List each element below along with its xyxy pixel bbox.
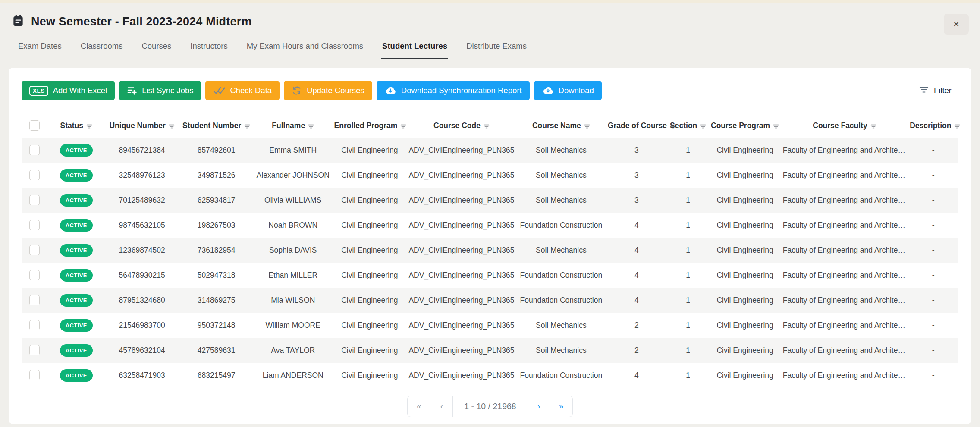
cell-grade-of-course: 4: [606, 363, 667, 388]
cell-fullname: Noah BROWN: [254, 213, 333, 238]
row-checkbox-cell: [22, 313, 48, 338]
row-checkbox-cell: [22, 213, 48, 238]
button-label: List Sync Jobs: [142, 86, 193, 95]
cell-course-name: Soil Mechanics: [516, 238, 606, 263]
column-label: Student Number: [182, 121, 241, 130]
column-header-enrolled-program[interactable]: Enrolled Program: [333, 114, 407, 138]
cell-section: 1: [667, 238, 709, 263]
cell-enrolled-program: Civil Engineering: [333, 363, 407, 388]
row-checkbox-cell: [22, 288, 48, 313]
pagination-next-button[interactable]: ›: [528, 396, 550, 417]
column-header-course-faculty[interactable]: Course Faculty: [781, 114, 908, 138]
cell-course-program: Civil Engineering: [709, 363, 781, 388]
cell-grade-of-course: 3: [606, 138, 667, 163]
column-header-student-number[interactable]: Student Number: [179, 114, 254, 138]
status-badge: ACTIVE: [60, 219, 93, 232]
column-header-grade-of-course[interactable]: Grade of Course: [606, 114, 667, 138]
select-all-checkbox[interactable]: [29, 120, 40, 131]
cell-course-faculty: Faculty of Engineering and Architecture: [781, 238, 908, 263]
status-badge: ACTIVE: [60, 169, 93, 182]
cell-enrolled-program: Civil Engineering: [333, 288, 407, 313]
cell-course-name: Foundation Construction: [516, 288, 606, 313]
column-header-course-code[interactable]: Course Code: [407, 114, 516, 138]
cell-course-name: Soil Mechanics: [516, 138, 606, 163]
close-button[interactable]: ×: [944, 14, 969, 35]
pagination-last-button[interactable]: »: [550, 396, 572, 417]
cell-enrolled-program: Civil Engineering: [333, 138, 407, 163]
cell-section: 1: [667, 313, 709, 338]
list-sync-jobs-button[interactable]: List Sync Jobs: [119, 81, 201, 100]
cell-enrolled-program: Civil Engineering: [333, 213, 407, 238]
cell-description: -: [908, 163, 958, 188]
column-label: Unique Number: [109, 121, 165, 130]
row-checkbox[interactable]: [29, 320, 40, 330]
pagination-first-button[interactable]: «: [408, 396, 430, 417]
check-data-button[interactable]: Check Data: [205, 81, 280, 100]
row-checkbox[interactable]: [29, 295, 40, 305]
cell-unique-number: 70125489632: [105, 188, 179, 213]
table-row: ACTIVE87951324680314869275Mia WILSONCivi…: [22, 288, 958, 313]
cell-fullname: Liam ANDERSON: [254, 363, 333, 388]
filter-button[interactable]: Filter: [915, 83, 956, 98]
cell-unique-number: 56478930215: [105, 263, 179, 288]
cell-section: 1: [667, 338, 709, 363]
tab-student-lectures[interactable]: Student Lectures: [381, 38, 448, 59]
update-courses-button[interactable]: Update Courses: [284, 81, 372, 100]
row-checkbox[interactable]: [29, 270, 40, 280]
title-bar: New Semester - Fall 2023-2024 Midterm ×: [0, 3, 980, 29]
cell-course-name: Foundation Construction: [516, 263, 606, 288]
button-label: Update Courses: [307, 86, 364, 95]
row-checkbox[interactable]: [29, 195, 40, 205]
cell-section: 1: [667, 288, 709, 313]
column-header-course-name[interactable]: Course Name: [516, 114, 606, 138]
row-checkbox[interactable]: [29, 170, 40, 180]
cell-status: ACTIVE: [48, 338, 105, 363]
cell-course-code: ADV_CivilEngineering_PLN365: [407, 288, 516, 313]
column-header-course-program[interactable]: Course Program: [709, 114, 781, 138]
pagination: «‹1 - 10 / 21968›»: [407, 396, 572, 417]
content-card: XLSAdd With ExcelList Sync JobsCheck Dat…: [9, 68, 971, 424]
filter-label: Filter: [934, 86, 952, 95]
tab-instructors[interactable]: Instructors: [189, 38, 228, 59]
pagination-page-label: 1 - 10 / 21968: [452, 396, 527, 417]
column-label: Fullname: [272, 121, 305, 130]
tab-classrooms[interactable]: Classrooms: [80, 38, 124, 59]
column-header-description[interactable]: Description: [908, 114, 958, 138]
tab-distribute-exams[interactable]: Distribute Exams: [465, 38, 528, 59]
cell-student-number: 349871526: [179, 163, 254, 188]
cell-student-number: 314869275: [179, 288, 254, 313]
cell-enrolled-program: Civil Engineering: [333, 188, 407, 213]
cell-description: -: [908, 238, 958, 263]
calendar-icon: [11, 14, 25, 29]
cell-unique-number: 87951324680: [105, 288, 179, 313]
row-checkbox-cell: [22, 238, 48, 263]
row-checkbox[interactable]: [29, 245, 40, 255]
tab-exam-dates[interactable]: Exam Dates: [17, 38, 63, 59]
tab-courses[interactable]: Courses: [141, 38, 172, 59]
cloud-download-icon: [384, 86, 396, 95]
cell-fullname: Ava TAYLOR: [254, 338, 333, 363]
row-checkbox[interactable]: [29, 370, 40, 380]
cell-status: ACTIVE: [48, 213, 105, 238]
row-checkbox[interactable]: [29, 145, 40, 155]
row-checkbox[interactable]: [29, 345, 40, 355]
table-body: ACTIVE89456721384857492601Emma SMITHCivi…: [22, 138, 958, 388]
column-header-status[interactable]: Status: [48, 114, 105, 138]
tab-my-exam-hours-and-classrooms[interactable]: My Exam Hours and Classrooms: [246, 38, 364, 59]
row-checkbox-cell: [22, 363, 48, 388]
download-synchronization-report-button[interactable]: Download Synchronization Report: [377, 81, 530, 100]
pagination-prev-button[interactable]: ‹: [430, 396, 452, 417]
download-button[interactable]: Download: [534, 81, 602, 100]
cell-description: -: [908, 263, 958, 288]
cell-course-program: Civil Engineering: [709, 263, 781, 288]
column-header-unique-number[interactable]: Unique Number: [105, 114, 179, 138]
table-row: ACTIVE89456721384857492601Emma SMITHCivi…: [22, 138, 958, 163]
list-plus-icon: [127, 86, 137, 95]
add-with-excel-button[interactable]: XLSAdd With Excel: [22, 81, 115, 100]
cell-student-number: 427589631: [179, 338, 254, 363]
row-checkbox[interactable]: [29, 220, 40, 230]
cell-course-program: Civil Engineering: [709, 238, 781, 263]
cell-course-code: ADV_CivilEngineering_PLN365: [407, 263, 516, 288]
row-checkbox-cell: [22, 163, 48, 188]
column-header-fullname[interactable]: Fullname: [254, 114, 333, 138]
